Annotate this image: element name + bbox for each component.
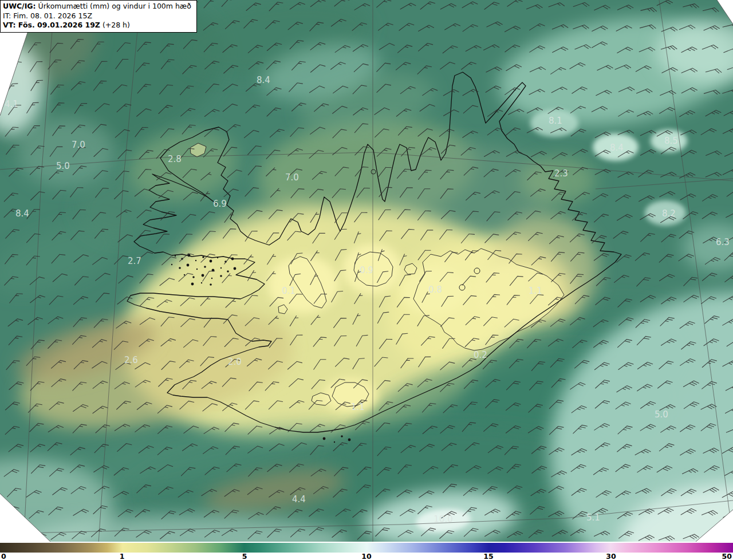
colorbar-tick: 30: [606, 552, 616, 560]
colorbar-tick: 0: [1, 552, 6, 560]
precip-value-label: 8.2: [662, 208, 676, 219]
precip-value-label: 0.1: [282, 286, 295, 296]
precip-value-label: 2.6: [124, 355, 138, 365]
precip-colorbar: [0, 543, 733, 553]
map-title-box: UWC/IG: Úrkomumætti (mm) og vindur i 100…: [0, 0, 197, 33]
precip-value-label: 1.1: [529, 286, 542, 296]
valid-line: VT: Fös. 09.01.2026 19Z (+28 h): [3, 21, 191, 30]
product-label: UWC/IG:: [3, 2, 36, 10]
precip-value-label: 2.0: [228, 357, 242, 367]
precip-value-label: 2.3: [554, 168, 568, 179]
colorbar-tick: 50: [722, 552, 732, 560]
precip-value-label: 5.1: [586, 512, 600, 523]
precip-value-label: 8.5: [664, 136, 678, 146]
colorbar-tick: 10: [361, 552, 371, 560]
precip-value-label: 0.9: [360, 265, 373, 275]
colorbar-tick: 15: [483, 552, 493, 560]
valid-time: VT: Fös. 09.01.2026 19Z: [3, 21, 100, 29]
precip-value-label: 6.3: [716, 237, 730, 247]
precip-value-label: 2.8: [168, 154, 182, 164]
precip-value-label: 5.0: [655, 409, 668, 420]
precip-value-label: 4.4: [292, 494, 306, 504]
precip-value-label: 2.7: [128, 256, 141, 266]
map-canvas: 4.18.47.05.02.87.06.98.42.78.18.58.42.38…: [0, 0, 733, 542]
precip-value-label: 10.0: [434, 514, 452, 524]
init-time: IT: Fim. 08. 01. 2026 15Z: [3, 11, 191, 21]
precip-value-label: 7.0: [72, 140, 85, 150]
precip-value-label: 0.2: [474, 350, 487, 360]
precip-value-label: 5.0: [56, 161, 70, 171]
precip-value-label: 8.4: [257, 75, 270, 85]
colorbar-tick: 1: [120, 552, 125, 560]
precip-value-label: 6.9: [213, 199, 227, 209]
precip-value-label: 0.8: [428, 285, 442, 295]
colorbar-tick: 5: [242, 552, 247, 560]
precip-value-label: 8.4: [610, 143, 624, 153]
colorbar-tick-labels: 01510153050: [0, 552, 733, 560]
precip-value-label: 4.1: [5, 99, 18, 109]
precip-value-label: 7.0: [285, 172, 299, 183]
product-line: UWC/IG: Úrkomumætti (mm) og vindur i 100…: [3, 2, 191, 11]
precip-value-label: 1.1: [351, 402, 365, 412]
precip-value-label: 8.4: [15, 208, 29, 219]
valid-offset: (+28 h): [100, 21, 130, 29]
precip-value-label: 8.1: [549, 116, 562, 126]
product-description: Úrkomumætti (mm) og vindur i 100m hæð: [36, 2, 191, 10]
